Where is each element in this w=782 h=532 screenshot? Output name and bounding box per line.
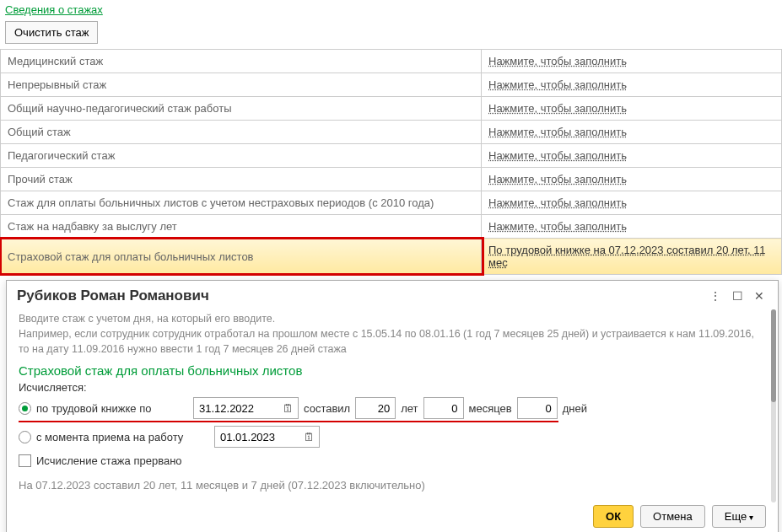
more-button[interactable]: Еще xyxy=(712,505,766,528)
calc-label: Исчисляется: xyxy=(19,381,766,394)
dialog-title: Рубиков Роман Романович xyxy=(17,287,702,304)
table-row: Общий стажНажмите, чтобы заполнить xyxy=(1,121,782,144)
calendar-icon[interactable]: 🗓 xyxy=(278,399,297,417)
days-input[interactable] xyxy=(517,397,558,419)
ok-button[interactable]: ОК xyxy=(593,505,634,528)
option-row-workbook: по трудовой книжке по 🗓 составил лет мес… xyxy=(19,397,766,419)
table-row: Прочий стажНажмите, чтобы заполнить xyxy=(1,168,782,191)
label-days: дней xyxy=(563,402,587,415)
seniority-summary-link[interactable]: По трудовой книжке на 07.12.2023 состави… xyxy=(488,244,766,269)
seniority-name[interactable]: Страховой стаж для оплаты больничных лис… xyxy=(1,239,482,275)
maximize-icon[interactable]: ☐ xyxy=(729,287,746,304)
fill-link[interactable]: Нажмите, чтобы заполнить xyxy=(488,78,627,91)
fill-link[interactable]: Нажмите, чтобы заполнить xyxy=(488,196,627,209)
option-row-hiredate: с момента приема на работу 🗓 xyxy=(19,426,766,448)
table-row: Педагогический стажНажмите, чтобы заполн… xyxy=(1,144,782,168)
seniority-dialog: Рубиков Роман Романович ⋮ ☐ ✕ Вводите ст… xyxy=(6,280,779,532)
kebab-icon[interactable]: ⋮ xyxy=(707,287,724,304)
table-row: Стаж на надбавку за выслугу летНажмите, … xyxy=(1,215,782,239)
seniority-name: Педагогический стаж xyxy=(1,144,482,168)
years-input[interactable] xyxy=(355,397,396,419)
radio-workbook[interactable] xyxy=(19,402,31,415)
seniority-name: Стаж для оплаты больничных листов с учет… xyxy=(1,191,482,215)
fill-link[interactable]: Нажмите, чтобы заполнить xyxy=(488,102,627,115)
radio-hiredate[interactable] xyxy=(19,431,31,443)
calendar-icon[interactable]: 🗓 xyxy=(299,427,318,446)
section-title: Страховой стаж для оплаты больничных лис… xyxy=(19,363,766,378)
fill-link[interactable]: Нажмите, чтобы заполнить xyxy=(488,55,627,67)
fill-link[interactable]: Нажмите, чтобы заполнить xyxy=(488,173,627,185)
interrupted-label: Исчисление стажа прервано xyxy=(36,454,182,467)
months-input[interactable] xyxy=(423,397,464,419)
interrupted-row: Исчисление стажа прервано xyxy=(19,454,766,467)
cancel-button[interactable]: Отмена xyxy=(640,505,705,528)
interrupted-checkbox[interactable] xyxy=(19,454,31,467)
seniority-name: Стаж на надбавку за выслугу лет xyxy=(1,215,482,239)
label-made: составил xyxy=(304,402,350,415)
table-row: Общий научно-педагогический стаж работыН… xyxy=(1,97,782,121)
highlight-underline xyxy=(19,421,558,422)
seniority-name: Непрерывный стаж xyxy=(1,73,482,97)
table-row: Медицинский стажНажмите, чтобы заполнить xyxy=(1,50,782,73)
fill-link[interactable]: Нажмите, чтобы заполнить xyxy=(488,220,627,233)
label-months: месяцев xyxy=(469,402,512,415)
fill-link[interactable]: Нажмите, чтобы заполнить xyxy=(488,126,627,138)
seniority-name: Общий стаж xyxy=(1,121,482,144)
fill-link[interactable]: Нажмите, чтобы заполнить xyxy=(488,149,627,162)
radio-workbook-label: по трудовой книжке по xyxy=(36,402,188,415)
seniority-name: Общий научно-педагогический стаж работы xyxy=(1,97,482,121)
radio-hiredate-label: с момента приема на работу xyxy=(36,431,209,443)
seniority-name: Медицинский стаж xyxy=(1,50,482,73)
table-row-selected: Страховой стаж для оплаты больничных лис… xyxy=(1,239,782,275)
label-years: лет xyxy=(401,402,418,415)
close-icon[interactable]: ✕ xyxy=(751,287,768,304)
table-row: Непрерывный стажНажмите, чтобы заполнить xyxy=(1,73,782,97)
help-text: Вводите стаж с учетом дня, на который ег… xyxy=(19,311,766,357)
clear-seniority-button[interactable]: Очистить стаж xyxy=(5,21,98,44)
seniority-name: Прочий стаж xyxy=(1,168,482,191)
table-row: Стаж для оплаты больничных листов с учет… xyxy=(1,191,782,215)
result-text: На 07.12.2023 составил 20 лет, 11 месяце… xyxy=(19,479,766,492)
seniority-table: Медицинский стажНажмите, чтобы заполнить… xyxy=(0,49,782,275)
seniority-info-link[interactable]: Сведения о стажах xyxy=(0,0,108,19)
